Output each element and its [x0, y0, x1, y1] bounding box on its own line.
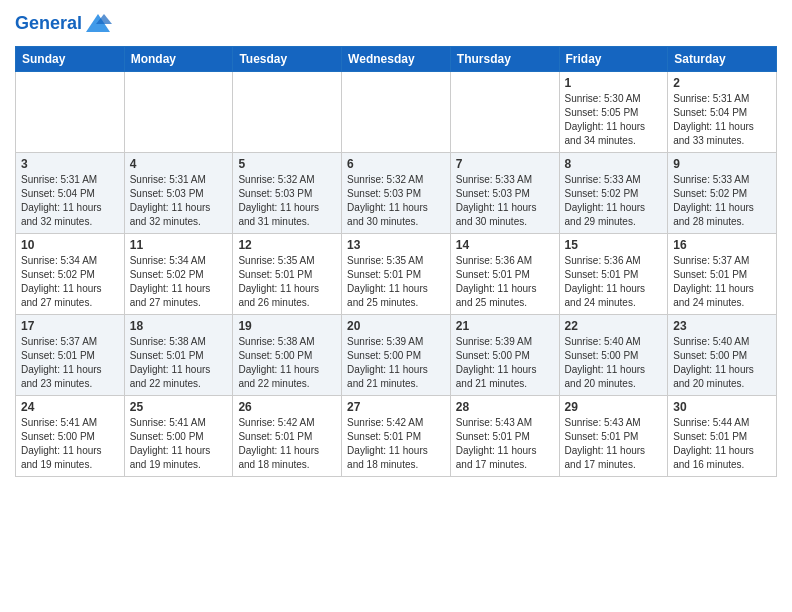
day-info: Sunrise: 5:33 AM Sunset: 5:02 PM Dayligh… — [565, 173, 663, 229]
calendar-cell — [342, 72, 451, 153]
day-info: Sunrise: 5:31 AM Sunset: 5:04 PM Dayligh… — [673, 92, 771, 148]
calendar-cell: 22Sunrise: 5:40 AM Sunset: 5:00 PM Dayli… — [559, 315, 668, 396]
calendar-cell: 27Sunrise: 5:42 AM Sunset: 5:01 PM Dayli… — [342, 396, 451, 477]
logo-text: General — [15, 14, 82, 34]
day-info: Sunrise: 5:31 AM Sunset: 5:03 PM Dayligh… — [130, 173, 228, 229]
calendar-cell: 15Sunrise: 5:36 AM Sunset: 5:01 PM Dayli… — [559, 234, 668, 315]
day-number: 25 — [130, 400, 228, 414]
day-info: Sunrise: 5:43 AM Sunset: 5:01 PM Dayligh… — [456, 416, 554, 472]
day-info: Sunrise: 5:41 AM Sunset: 5:00 PM Dayligh… — [21, 416, 119, 472]
day-info: Sunrise: 5:37 AM Sunset: 5:01 PM Dayligh… — [673, 254, 771, 310]
day-number: 27 — [347, 400, 445, 414]
calendar-cell — [16, 72, 125, 153]
day-info: Sunrise: 5:33 AM Sunset: 5:03 PM Dayligh… — [456, 173, 554, 229]
calendar-cell: 29Sunrise: 5:43 AM Sunset: 5:01 PM Dayli… — [559, 396, 668, 477]
day-info: Sunrise: 5:42 AM Sunset: 5:01 PM Dayligh… — [347, 416, 445, 472]
calendar-cell: 8Sunrise: 5:33 AM Sunset: 5:02 PM Daylig… — [559, 153, 668, 234]
calendar-cell — [233, 72, 342, 153]
page: General SundayMondayTuesdayWednesdayThur… — [0, 0, 792, 612]
day-info: Sunrise: 5:39 AM Sunset: 5:00 PM Dayligh… — [456, 335, 554, 391]
calendar-cell: 25Sunrise: 5:41 AM Sunset: 5:00 PM Dayli… — [124, 396, 233, 477]
calendar-cell: 2Sunrise: 5:31 AM Sunset: 5:04 PM Daylig… — [668, 72, 777, 153]
day-number: 14 — [456, 238, 554, 252]
week-row-1: 3Sunrise: 5:31 AM Sunset: 5:04 PM Daylig… — [16, 153, 777, 234]
weekday-header-friday: Friday — [559, 47, 668, 72]
day-number: 8 — [565, 157, 663, 171]
day-info: Sunrise: 5:32 AM Sunset: 5:03 PM Dayligh… — [238, 173, 336, 229]
logo: General — [15, 10, 112, 38]
day-number: 21 — [456, 319, 554, 333]
day-info: Sunrise: 5:30 AM Sunset: 5:05 PM Dayligh… — [565, 92, 663, 148]
day-number: 18 — [130, 319, 228, 333]
day-info: Sunrise: 5:40 AM Sunset: 5:00 PM Dayligh… — [673, 335, 771, 391]
day-number: 4 — [130, 157, 228, 171]
calendar-cell: 7Sunrise: 5:33 AM Sunset: 5:03 PM Daylig… — [450, 153, 559, 234]
day-number: 6 — [347, 157, 445, 171]
day-number: 9 — [673, 157, 771, 171]
day-info: Sunrise: 5:35 AM Sunset: 5:01 PM Dayligh… — [347, 254, 445, 310]
day-info: Sunrise: 5:35 AM Sunset: 5:01 PM Dayligh… — [238, 254, 336, 310]
weekday-header-monday: Monday — [124, 47, 233, 72]
calendar-cell: 14Sunrise: 5:36 AM Sunset: 5:01 PM Dayli… — [450, 234, 559, 315]
day-number: 19 — [238, 319, 336, 333]
calendar-cell: 12Sunrise: 5:35 AM Sunset: 5:01 PM Dayli… — [233, 234, 342, 315]
calendar-cell — [450, 72, 559, 153]
day-number: 10 — [21, 238, 119, 252]
day-info: Sunrise: 5:40 AM Sunset: 5:00 PM Dayligh… — [565, 335, 663, 391]
calendar-cell: 20Sunrise: 5:39 AM Sunset: 5:00 PM Dayli… — [342, 315, 451, 396]
weekday-header-wednesday: Wednesday — [342, 47, 451, 72]
calendar-cell: 23Sunrise: 5:40 AM Sunset: 5:00 PM Dayli… — [668, 315, 777, 396]
day-info: Sunrise: 5:31 AM Sunset: 5:04 PM Dayligh… — [21, 173, 119, 229]
calendar-cell: 21Sunrise: 5:39 AM Sunset: 5:00 PM Dayli… — [450, 315, 559, 396]
day-info: Sunrise: 5:39 AM Sunset: 5:00 PM Dayligh… — [347, 335, 445, 391]
calendar-cell: 5Sunrise: 5:32 AM Sunset: 5:03 PM Daylig… — [233, 153, 342, 234]
calendar-cell: 4Sunrise: 5:31 AM Sunset: 5:03 PM Daylig… — [124, 153, 233, 234]
day-info: Sunrise: 5:36 AM Sunset: 5:01 PM Dayligh… — [456, 254, 554, 310]
day-info: Sunrise: 5:32 AM Sunset: 5:03 PM Dayligh… — [347, 173, 445, 229]
day-info: Sunrise: 5:42 AM Sunset: 5:01 PM Dayligh… — [238, 416, 336, 472]
day-number: 7 — [456, 157, 554, 171]
day-number: 2 — [673, 76, 771, 90]
calendar-cell: 19Sunrise: 5:38 AM Sunset: 5:00 PM Dayli… — [233, 315, 342, 396]
day-number: 28 — [456, 400, 554, 414]
day-info: Sunrise: 5:43 AM Sunset: 5:01 PM Dayligh… — [565, 416, 663, 472]
calendar-cell: 11Sunrise: 5:34 AM Sunset: 5:02 PM Dayli… — [124, 234, 233, 315]
day-number: 23 — [673, 319, 771, 333]
day-info: Sunrise: 5:38 AM Sunset: 5:00 PM Dayligh… — [238, 335, 336, 391]
calendar-cell: 28Sunrise: 5:43 AM Sunset: 5:01 PM Dayli… — [450, 396, 559, 477]
day-number: 29 — [565, 400, 663, 414]
calendar-cell: 16Sunrise: 5:37 AM Sunset: 5:01 PM Dayli… — [668, 234, 777, 315]
weekday-header-saturday: Saturday — [668, 47, 777, 72]
weekday-header-tuesday: Tuesday — [233, 47, 342, 72]
calendar-cell: 30Sunrise: 5:44 AM Sunset: 5:01 PM Dayli… — [668, 396, 777, 477]
calendar: SundayMondayTuesdayWednesdayThursdayFrid… — [15, 46, 777, 477]
day-number: 26 — [238, 400, 336, 414]
weekday-header-sunday: Sunday — [16, 47, 125, 72]
day-number: 12 — [238, 238, 336, 252]
calendar-cell: 6Sunrise: 5:32 AM Sunset: 5:03 PM Daylig… — [342, 153, 451, 234]
weekday-header-thursday: Thursday — [450, 47, 559, 72]
calendar-cell — [124, 72, 233, 153]
week-row-4: 24Sunrise: 5:41 AM Sunset: 5:00 PM Dayli… — [16, 396, 777, 477]
week-row-2: 10Sunrise: 5:34 AM Sunset: 5:02 PM Dayli… — [16, 234, 777, 315]
calendar-cell: 1Sunrise: 5:30 AM Sunset: 5:05 PM Daylig… — [559, 72, 668, 153]
day-number: 1 — [565, 76, 663, 90]
day-number: 30 — [673, 400, 771, 414]
day-number: 16 — [673, 238, 771, 252]
day-number: 24 — [21, 400, 119, 414]
calendar-cell: 9Sunrise: 5:33 AM Sunset: 5:02 PM Daylig… — [668, 153, 777, 234]
day-info: Sunrise: 5:41 AM Sunset: 5:00 PM Dayligh… — [130, 416, 228, 472]
day-info: Sunrise: 5:34 AM Sunset: 5:02 PM Dayligh… — [21, 254, 119, 310]
week-row-3: 17Sunrise: 5:37 AM Sunset: 5:01 PM Dayli… — [16, 315, 777, 396]
day-number: 17 — [21, 319, 119, 333]
day-info: Sunrise: 5:44 AM Sunset: 5:01 PM Dayligh… — [673, 416, 771, 472]
day-number: 20 — [347, 319, 445, 333]
day-number: 11 — [130, 238, 228, 252]
calendar-cell: 17Sunrise: 5:37 AM Sunset: 5:01 PM Dayli… — [16, 315, 125, 396]
day-number: 13 — [347, 238, 445, 252]
weekday-header-row: SundayMondayTuesdayWednesdayThursdayFrid… — [16, 47, 777, 72]
logo-icon — [84, 10, 112, 38]
day-info: Sunrise: 5:36 AM Sunset: 5:01 PM Dayligh… — [565, 254, 663, 310]
calendar-cell: 13Sunrise: 5:35 AM Sunset: 5:01 PM Dayli… — [342, 234, 451, 315]
calendar-cell: 3Sunrise: 5:31 AM Sunset: 5:04 PM Daylig… — [16, 153, 125, 234]
